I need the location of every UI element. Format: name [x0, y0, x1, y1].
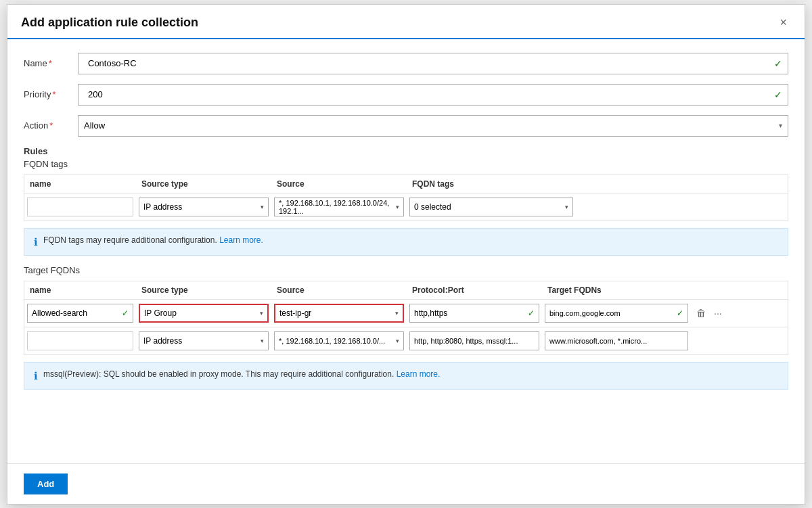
- target-row1-fqdns-cell: bing.com,google.com ✓: [542, 302, 691, 324]
- priority-input[interactable]: [84, 85, 771, 105]
- fqdn-source-select[interactable]: *, 192.168.10.1, 192.168.10.0/24, 192.1.…: [274, 198, 404, 216]
- fqdn-row-tags-cell: 0 selected ▾: [407, 196, 576, 218]
- fqdn-col-name: name: [24, 179, 136, 189]
- target-row1-check-icon: ✓: [122, 308, 129, 318]
- modal-body: Name* ✓ Priority* ✓ Action* Allow: [7, 39, 805, 463]
- target-row1-actions-cell: 🗑 ···: [691, 305, 731, 321]
- target-info-icon: ℹ: [34, 370, 38, 382]
- action-label: Action*: [24, 120, 78, 131]
- target-col-protocol: Protocol:Port: [407, 285, 542, 295]
- target-row2-source-type-chevron-icon: ▾: [261, 338, 264, 344]
- target-row2-protocol-cell: http, http:8080, https, mssql:1...: [407, 330, 542, 352]
- target-row1-source-select[interactable]: test-ip-gr ▾: [274, 304, 404, 323]
- fqdn-col-tags: FQDN tags: [407, 179, 576, 189]
- add-button[interactable]: Add: [24, 474, 68, 494]
- fqdn-row-source-cell: *, 192.168.10.1, 192.168.10.0/24, 192.1.…: [271, 196, 407, 218]
- rules-section-label: Rules: [24, 146, 788, 156]
- target-row1-name-select[interactable]: Allowed-search ✓: [27, 304, 133, 323]
- target-row2-name-cell: [24, 330, 136, 352]
- fqdn-tags-select[interactable]: 0 selected ▾: [409, 198, 573, 216]
- action-select[interactable]: Allow ▾: [78, 115, 788, 137]
- name-input-wrapper: ✓: [78, 53, 788, 74]
- target-row2-fqdns-input[interactable]: www.microsoft.com, *.micro...: [545, 331, 688, 350]
- target-row1-protocol-check-icon: ✓: [528, 308, 535, 318]
- target-row2-source-chevron-icon: ▾: [396, 338, 399, 344]
- target-fqdns-header: name Source type Source Protocol:Port Ta…: [24, 281, 788, 300]
- target-row1-source-type-select[interactable]: IP Group ▾: [139, 304, 269, 323]
- target-col-source-type: Source type: [136, 285, 271, 295]
- fqdn-tags-row: IP address ▾ *, 192.168.10.1, 192.168.10…: [24, 193, 788, 221]
- name-input[interactable]: [84, 53, 771, 74]
- fqdn-row-source-type-cell: IP address ▾: [136, 196, 271, 218]
- target-row2-source-type-select[interactable]: IP address ▾: [139, 331, 269, 350]
- target-row2-source-select[interactable]: *, 192.168.10.1, 192.168.10.0/... ▾: [274, 331, 404, 350]
- more-row1-button[interactable]: ···: [711, 306, 725, 320]
- target-row1-source-chevron-icon: ▾: [395, 310, 399, 317]
- fqdn-row-name-input[interactable]: [27, 198, 133, 216]
- target-col-name: name: [24, 285, 136, 295]
- modal-container: Add application rule collection × Name* …: [7, 4, 805, 505]
- modal-title: Add application rule collection: [21, 16, 198, 30]
- fqdn-source-type-select[interactable]: IP address ▾: [139, 198, 269, 216]
- target-learn-more-link[interactable]: Learn more.: [397, 369, 441, 379]
- target-fqdns-label: Target FQDNs: [24, 265, 788, 275]
- target-row2-protocol-select[interactable]: http, http:8080, https, mssql:1...: [409, 331, 539, 350]
- fqdn-learn-more-link[interactable]: Learn more.: [219, 235, 263, 245]
- fqdn-col-source-type: Source type: [136, 179, 271, 189]
- fqdn-tags-chevron-icon: ▾: [565, 204, 568, 210]
- fqdn-row-name-cell: [24, 196, 136, 218]
- action-row: Action* Allow ▾: [24, 115, 788, 137]
- target-row2-source-type-cell: IP address ▾: [136, 330, 271, 352]
- fqdn-tags-table: name Source type Source FQDN tags IP add…: [24, 175, 788, 221]
- target-col-source: Source: [271, 285, 407, 295]
- target-row2-actions-cell: [691, 340, 731, 342]
- target-row1-source-cell: test-ip-gr ▾: [271, 302, 407, 324]
- target-row2-source-cell: *, 192.168.10.1, 192.168.10.0/... ▾: [271, 330, 407, 352]
- fqdn-source-chevron-icon: ▾: [396, 204, 399, 210]
- fqdn-source-type-chevron-icon: ▾: [261, 204, 264, 210]
- priority-label: Priority*: [24, 89, 78, 99]
- priority-check-icon: ✓: [774, 89, 782, 100]
- priority-input-wrapper: ✓: [78, 84, 788, 106]
- target-fqdns-table: name Source type Source Protocol:Port Ta…: [24, 281, 788, 355]
- priority-row: Priority* ✓: [24, 84, 788, 106]
- fqdn-info-icon: ℹ: [34, 236, 38, 248]
- target-col-actions: [691, 285, 731, 295]
- fqdn-info-banner: ℹ FQDN tags may require additional confi…: [24, 228, 788, 256]
- name-label: Name*: [24, 58, 78, 68]
- target-row1-fqdns-check-icon: ✓: [677, 308, 683, 318]
- target-row1-protocol-select[interactable]: http,https ✓: [409, 304, 539, 323]
- name-check-icon: ✓: [774, 58, 782, 69]
- fqdn-tags-header: name Source type Source FQDN tags: [24, 175, 788, 193]
- action-chevron-icon: ▾: [779, 122, 782, 129]
- fqdn-tags-label: FQDN tags: [24, 159, 788, 169]
- target-row2-name-input[interactable]: [27, 331, 133, 350]
- target-row1-source-type-cell: IP Group ▾: [136, 302, 271, 324]
- fqdn-col-source: Source: [271, 179, 407, 189]
- target-row1-fqdns-input[interactable]: bing.com,google.com ✓: [545, 304, 688, 323]
- close-button[interactable]: ×: [775, 14, 791, 31]
- target-row-1: Allowed-search ✓ IP Group ▾ test-ip-gr ▾: [24, 300, 788, 327]
- modal-header: Add application rule collection ×: [7, 5, 805, 39]
- target-info-banner: ℹ mssql(Preview): SQL should be enabled …: [24, 362, 788, 390]
- delete-row1-button[interactable]: 🗑: [694, 306, 708, 320]
- target-row1-name-cell: Allowed-search ✓: [24, 302, 136, 324]
- target-row1-source-type-chevron-icon: ▾: [260, 310, 263, 317]
- target-row-2: IP address ▾ *, 192.168.10.1, 192.168.10…: [24, 327, 788, 354]
- name-row: Name* ✓: [24, 53, 788, 74]
- target-col-fqdns: Target FQDNs: [542, 285, 691, 295]
- target-row1-protocol-cell: http,https ✓: [407, 302, 542, 324]
- modal-footer: Add: [7, 463, 805, 504]
- target-row2-fqdns-cell: www.microsoft.com, *.micro...: [542, 330, 691, 352]
